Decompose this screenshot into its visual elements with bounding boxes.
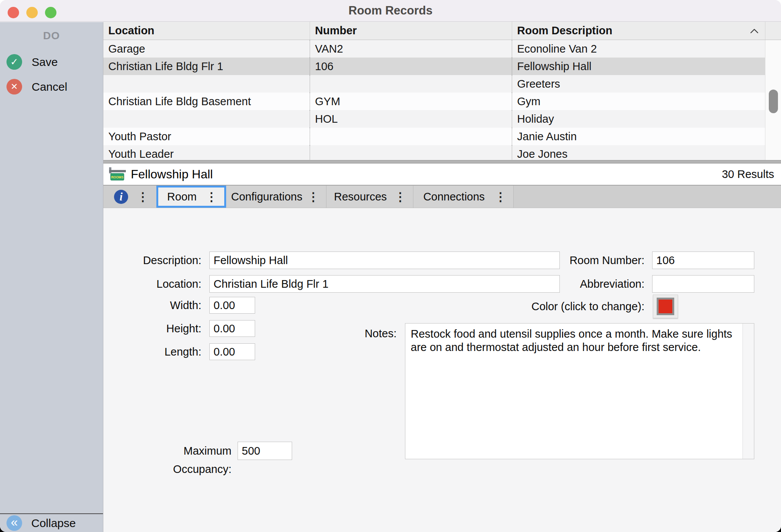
collapse-label: Collapse — [31, 517, 76, 530]
sort-ascending-icon — [750, 28, 759, 34]
x-icon: ✕ — [6, 79, 22, 95]
zoom-button[interactable] — [45, 7, 56, 18]
save-button[interactable]: ✓ Save — [6, 54, 58, 70]
tabbar: i ⋮ Room ⋮ Configurations ⋮ Resources ⋮ … — [103, 186, 781, 208]
save-label: Save — [32, 56, 58, 69]
sidebar-header: DO — [0, 30, 103, 42]
rooms-sign-icon: ROOMS — [109, 167, 126, 181]
notes-scrollbar[interactable] — [742, 324, 754, 459]
table-row[interactable]: Greeters — [103, 75, 765, 93]
tab-configurations[interactable]: Configurations ⋮ — [226, 186, 326, 208]
tab-room[interactable]: Room ⋮ — [156, 186, 226, 208]
color-label: Color (click to change): — [488, 295, 644, 318]
table-body: Garage VAN2 Econoline Van 2 Christian Li… — [103, 40, 765, 160]
kebab-menu-icon[interactable]: ⋮ — [206, 191, 224, 203]
notes-text: Restock food and utensil supplies once a… — [405, 324, 742, 459]
tab-connections[interactable]: Connections ⋮ — [413, 186, 514, 208]
tabbar-spacer — [514, 186, 781, 208]
color-swatch — [657, 298, 674, 315]
column-header-location[interactable]: Location — [103, 22, 310, 40]
location-field[interactable] — [209, 275, 560, 293]
abbreviation-label: Abbreviation: — [545, 275, 644, 293]
info-group: i ⋮ — [103, 186, 156, 208]
close-button[interactable] — [8, 7, 19, 18]
kebab-menu-icon[interactable]: ⋮ — [137, 191, 149, 203]
table-header-row: Location Number Room Description — [103, 22, 781, 40]
width-field[interactable] — [209, 297, 255, 314]
column-header-room-description[interactable]: Room Description — [512, 22, 765, 40]
height-field[interactable] — [209, 320, 255, 337]
color-picker-button[interactable] — [653, 295, 678, 318]
scrollbar-thumb[interactable] — [769, 90, 778, 113]
table-row[interactable]: HOL Holiday — [103, 110, 765, 128]
notes-label: Notes: — [355, 326, 397, 341]
record-title: Fellowship Hall — [131, 167, 213, 181]
double-chevron-left-icon: « — [6, 515, 22, 531]
room-number-label: Room Number: — [553, 252, 644, 269]
room-number-field[interactable] — [652, 252, 754, 269]
cancel-label: Cancel — [32, 80, 67, 93]
kebab-menu-icon[interactable]: ⋮ — [307, 191, 326, 203]
collapse-button[interactable]: « Collapse — [0, 513, 103, 532]
titlebar: Room Records — [0, 0, 781, 22]
location-label: Location: — [111, 275, 201, 293]
length-label: Length: — [133, 343, 201, 360]
height-label: Height: — [133, 320, 201, 337]
horizontal-scrollbar[interactable] — [103, 160, 781, 163]
column-header-number[interactable]: Number — [310, 22, 512, 40]
table-row[interactable]: Christian Life Bldg Basement GYM Gym — [103, 93, 765, 110]
check-icon: ✓ — [6, 54, 22, 70]
maximum-occupancy-field[interactable] — [238, 442, 292, 460]
table-row-selected[interactable]: Christian Life Bldg Flr 1 106 Fellowship… — [103, 58, 765, 75]
abbreviation-field[interactable] — [652, 275, 754, 293]
length-field[interactable] — [209, 343, 255, 360]
description-label: Description: — [111, 252, 201, 269]
table-row[interactable]: Youth Leader Joe Jones — [103, 145, 765, 160]
scrollbar-header-spacer — [765, 22, 781, 40]
room-list-table: Location Number Room Description Garage … — [103, 22, 781, 163]
record-header: ROOMS Fellowship Hall 30 Results — [103, 163, 781, 186]
info-icon[interactable]: i — [114, 190, 128, 204]
room-records-window: Room Records DO ✓ Save ✕ Cancel « Collap… — [0, 0, 781, 532]
description-field[interactable] — [209, 252, 560, 269]
cancel-button[interactable]: ✕ Cancel — [6, 79, 67, 95]
rooms-sign-text: ROOMS — [111, 175, 123, 179]
traffic-lights — [8, 7, 56, 18]
window-title: Room Records — [349, 4, 432, 18]
tab-resources[interactable]: Resources ⋮ — [326, 186, 413, 208]
table-row[interactable]: Garage VAN2 Econoline Van 2 — [103, 40, 765, 58]
sidebar: DO ✓ Save ✕ Cancel « Collapse — [0, 22, 103, 532]
maximum-occupancy-label: Maximum Occupancy: — [126, 442, 231, 478]
notes-field[interactable]: Restock food and utensil supplies once a… — [405, 323, 754, 459]
kebab-menu-icon[interactable]: ⋮ — [394, 191, 413, 203]
width-label: Width: — [133, 297, 201, 314]
minimize-button[interactable] — [26, 7, 38, 18]
table-row[interactable]: Youth Pastor Janie Austin — [103, 128, 765, 145]
kebab-menu-icon[interactable]: ⋮ — [495, 191, 513, 203]
results-count: 30 Results — [722, 168, 774, 181]
vertical-scrollbar[interactable] — [765, 40, 781, 160]
